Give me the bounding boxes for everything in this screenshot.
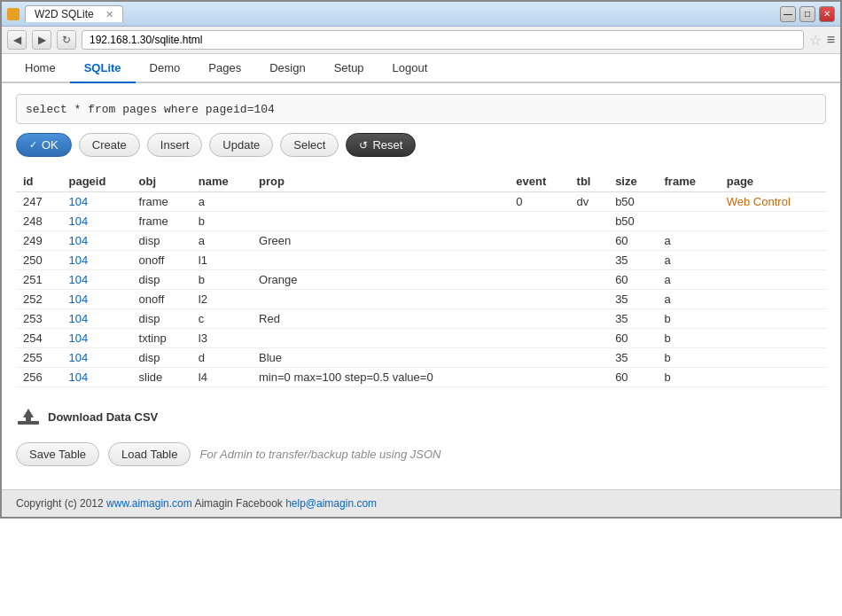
download-label: Download Data CSV (48, 410, 158, 424)
maximize-button[interactable]: □ (799, 6, 815, 22)
title-tab[interactable]: W2D SQLite ✕ (25, 5, 123, 22)
footer-link[interactable]: www.aimagin.com (106, 497, 192, 510)
cell-page (720, 270, 826, 290)
reload-button[interactable]: ↻ (57, 30, 76, 50)
app-icon (7, 8, 19, 20)
cell-frame: a (658, 290, 720, 309)
cell-id: 249 (16, 231, 61, 251)
create-button[interactable]: Create (79, 133, 140, 157)
col-prop: prop (252, 171, 509, 192)
download-icon (16, 407, 41, 426)
nav-logout[interactable]: Logout (378, 54, 442, 82)
col-obj: obj (132, 171, 191, 192)
title-bar: W2D SQLite ✕ — □ ✕ (2, 2, 840, 27)
table-row: 251104dispbOrange60a (16, 270, 826, 290)
cell-event (509, 329, 569, 348)
cell-size: 35 (608, 348, 657, 368)
select-button[interactable]: Select (280, 133, 339, 157)
minimize-button[interactable]: — (780, 6, 796, 22)
table-row: 248104framebb50 (16, 212, 826, 231)
cell-event (509, 212, 569, 231)
table-row: 247104framea0dvb50Web Control (16, 192, 826, 212)
cell-page (720, 290, 826, 309)
cell-page: Web Control (720, 192, 826, 212)
nav-pages[interactable]: Pages (194, 54, 255, 82)
footer-text2: Aimagin Facebook (192, 497, 285, 510)
col-event: event (509, 171, 569, 192)
nav-setup[interactable]: Setup (320, 54, 378, 82)
cell-prop: Green (252, 231, 509, 251)
cell-size: 35 (608, 251, 657, 270)
reset-button[interactable]: ↺ Reset (346, 133, 416, 157)
cell-size: 35 (608, 290, 657, 309)
sql-input[interactable] (26, 103, 816, 116)
cell-size: 60 (608, 368, 657, 387)
cell-id: 252 (16, 290, 61, 309)
cell-page (720, 368, 826, 387)
browser-menu-icon[interactable]: ≡ (827, 32, 835, 48)
cell-tbl: dv (570, 192, 609, 212)
note-text: For Admin to transfer/backup table using… (199, 448, 440, 461)
ok-button[interactable]: ✓ OK (16, 133, 72, 157)
cell-frame: a (658, 270, 720, 290)
cell-event (509, 290, 569, 309)
update-button[interactable]: Update (209, 133, 273, 157)
nav-sqlite[interactable]: SQLite (70, 54, 136, 83)
cell-pageid: 104 (61, 368, 131, 387)
cell-frame: b (658, 368, 720, 387)
cell-obj: frame (132, 212, 191, 231)
cell-prop: Blue (252, 348, 509, 368)
nav-menu: Home SQLite Demo Pages Design Setup Logo… (2, 54, 840, 83)
tab-close-icon[interactable]: ✕ (105, 9, 113, 19)
url-input[interactable] (82, 30, 804, 50)
cell-tbl (570, 329, 609, 348)
nav-home[interactable]: Home (11, 54, 70, 82)
table-row: 249104dispaGreen60a (16, 231, 826, 251)
cell-event (509, 309, 569, 329)
table-row: 254104txtinpl360b (16, 329, 826, 348)
col-pageid: pageid (61, 171, 131, 192)
nav-design[interactable]: Design (255, 54, 319, 82)
close-button[interactable]: ✕ (819, 6, 835, 22)
load-table-button[interactable]: Load Table (108, 442, 191, 466)
cell-pageid: 104 (61, 231, 131, 251)
cell-name: b (191, 270, 252, 290)
nav-demo[interactable]: Demo (136, 54, 195, 82)
cell-page (720, 231, 826, 251)
back-button[interactable]: ◀ (7, 30, 27, 50)
cell-name: l3 (191, 329, 252, 348)
cell-pageid: 104 (61, 192, 131, 212)
cell-page (720, 212, 826, 231)
download-row[interactable]: Download Data CSV (16, 402, 826, 432)
bottom-btn-row: Save Table Load Table For Admin to trans… (16, 442, 826, 466)
table-row: 255104dispdBlue35b (16, 348, 826, 368)
cell-page (720, 329, 826, 348)
footer-copyright: Copyright (c) 2012 (16, 497, 106, 510)
cell-event (509, 348, 569, 368)
cell-size: 60 (608, 270, 657, 290)
cell-obj: txtinp (132, 329, 191, 348)
col-name: name (191, 171, 252, 192)
forward-button[interactable]: ▶ (32, 30, 51, 50)
insert-button[interactable]: Insert (147, 133, 203, 157)
sql-input-area[interactable] (16, 94, 826, 124)
cell-tbl (570, 251, 609, 270)
cell-frame: b (658, 348, 720, 368)
table-row: 250104onoffl135a (16, 251, 826, 270)
bookmark-icon[interactable]: ☆ (809, 32, 822, 49)
cell-pageid: 104 (61, 329, 131, 348)
cell-frame: a (658, 251, 720, 270)
button-row: ✓ OK Create Insert Update Select ↺ Reset (16, 133, 826, 157)
cell-pageid: 104 (61, 251, 131, 270)
cell-pageid: 104 (61, 212, 131, 231)
cell-prop (252, 212, 509, 231)
cell-size: 35 (608, 309, 657, 329)
save-table-button[interactable]: Save Table (16, 442, 99, 466)
cell-obj: onoff (132, 290, 191, 309)
cell-obj: onoff (132, 251, 191, 270)
cell-name: l2 (191, 290, 252, 309)
window-controls: — □ ✕ (780, 6, 835, 22)
col-tbl: tbl (570, 171, 609, 192)
cell-prop (252, 290, 509, 309)
footer-email[interactable]: help@aimagin.com (285, 497, 377, 510)
